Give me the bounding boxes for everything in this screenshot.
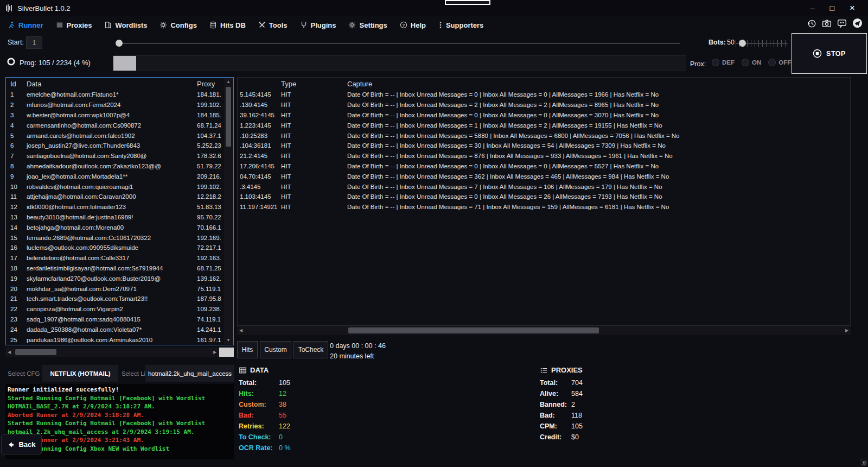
stat-value: 122 — [279, 422, 290, 430]
telegram-button[interactable] — [852, 18, 863, 28]
cell-data: emelche@hotmail.com:Fiatuno1* — [27, 91, 197, 98]
hscroll-thumb[interactable] — [348, 327, 599, 333]
table-row[interactable]: 8ahmedaitkadour@outlook.com:Zakaziko123@… — [6, 161, 224, 172]
table-row[interactable]: 13beauty3010@hotmail.de:justina16989!95.… — [6, 212, 224, 223]
cell-proxy-tail: .104:36181 — [238, 142, 281, 149]
table-row[interactable]: 23sadq_1907@hotmail.com:sadq4088041574.1… — [6, 314, 224, 325]
cell-type: HIT — [281, 122, 347, 129]
minimize-button[interactable]: – — [810, 4, 815, 12]
resize-grip[interactable] — [860, 459, 867, 466]
bots-slider-thumb[interactable] — [739, 40, 746, 47]
close-button[interactable]: × — [850, 3, 855, 14]
table-row[interactable]: 21.2:4145HITDate Of Birth = -- | Inbox U… — [238, 151, 850, 161]
config-selector[interactable]: NETFLIX (HOTMAIL) — [42, 365, 118, 382]
table-row[interactable]: 15fernando.2689@hotmail.com:Cc1061720322… — [6, 232, 224, 243]
log-line: Started Running Config Hotmail [Facebook… — [8, 394, 232, 403]
table-row[interactable]: .10:25283HITDate Of Birth = -- | Inbox U… — [238, 130, 850, 141]
table-row[interactable]: 12idk0000@hotmail.com:lolmaster12351.83.… — [6, 202, 224, 212]
table-row[interactable]: 7santiagobuelna@hotmail.com:Santy2080@17… — [6, 151, 224, 161]
table-row[interactable]: 16luclems@outlook.com:090955diksmuide72.… — [6, 243, 224, 253]
stat-label: Bad: — [540, 412, 571, 419]
table-row[interactable]: 17.206:4145HITDate Of Birth = -- | Inbox… — [238, 161, 850, 172]
table-row[interactable]: 11.197:14921HITDate Of Birth = -- | Inbo… — [238, 202, 850, 212]
cell-data: betojahga@hotmail.com:Morena00 — [27, 224, 197, 231]
chat-button[interactable] — [837, 18, 847, 28]
nav-plugins[interactable]: Plugins — [300, 21, 336, 29]
stat-row: Custom:38 — [239, 399, 374, 410]
nav-help[interactable]: ? Help — [400, 21, 426, 29]
start-input[interactable] — [26, 36, 42, 49]
col-header-type: Type — [281, 80, 347, 88]
table-row[interactable]: 9joao_lex@hotmail.com:Mortadela1**209.21… — [6, 171, 224, 181]
nav-supporters[interactable]: Supporters — [438, 21, 483, 29]
table-row[interactable]: .104:36181HITDate Of Birth = -- | Inbox … — [238, 141, 850, 151]
table-row[interactable]: 4carmensantinho@hotmail.com:Cs09087268.7… — [6, 120, 224, 130]
table-row[interactable]: 39.162:4145HITDate Of Birth = -- | Inbox… — [238, 110, 850, 121]
table-row[interactable]: 22canopinza@hotmail.com:Vigarpin2109.238… — [6, 304, 224, 314]
back-button[interactable]: Back — [1, 434, 42, 455]
table-row[interactable]: 1emelche@hotmail.com:Fiatuno1*184.181. — [6, 90, 224, 100]
hscroll-thumb[interactable] — [15, 349, 56, 355]
combo-table-hscrollbar[interactable]: ◀ ▶ — [5, 348, 234, 357]
table-row[interactable]: 20mokhdar_sa@hotmail.com:Dem27097175.119… — [6, 283, 224, 294]
table-row[interactable]: 5armand.carels@hotmail.com:falco1902104.… — [6, 130, 224, 141]
scroll-right-icon[interactable]: ▶ — [211, 348, 219, 357]
stop-button[interactable]: STOP — [792, 33, 867, 74]
vscroll-thumb[interactable] — [226, 87, 231, 147]
table-row[interactable]: 11attjehaijma@hotmail.com:Caravan200012.… — [6, 192, 224, 202]
prox-def-toggle[interactable]: DEF — [712, 59, 735, 66]
table-row[interactable]: 25pandukas1986@outlook.com:Arminukas2010… — [6, 335, 224, 345]
table-row[interactable]: 17belendetoro@hotmail.com:Calle3317192.1… — [6, 253, 224, 263]
tocheck-tab[interactable]: ToCheck — [293, 341, 328, 358]
scroll-down-icon[interactable]: ▼ — [226, 337, 231, 344]
table-row[interactable]: 21tech.smart.traders@outlook.com:Tsmart2… — [6, 294, 224, 304]
table-row[interactable]: 5.145:4145HITDate Of Birth = -- | Inbox … — [238, 90, 850, 100]
results-table-hscrollbar[interactable]: ◀ ▶ — [237, 326, 851, 335]
history-button[interactable] — [807, 18, 816, 28]
maximize-button[interactable]: □ — [830, 4, 834, 12]
combo-table-vscrollbar[interactable]: ▲ ▼ — [224, 78, 233, 344]
nav-wordlists[interactable]: Wordlists — [104, 21, 147, 29]
custom-tab[interactable]: Custom — [260, 341, 291, 358]
table-row[interactable]: 1.223:4145HITDate Of Birth = -- | Inbox … — [238, 120, 850, 130]
scroll-left-icon[interactable]: ◀ — [237, 326, 245, 335]
table-row[interactable]: 6joseph_austin27@live.com:Thunder68435.2… — [6, 141, 224, 151]
position-slider[interactable] — [117, 43, 680, 44]
table-row[interactable]: 04.70:4145HITDate Of Birth = -- | Inbox … — [238, 171, 850, 181]
scroll-left-icon[interactable]: ◀ — [5, 348, 13, 357]
cell-proxy: 72.217.1 — [197, 244, 224, 251]
nav-tools[interactable]: Tools — [258, 21, 288, 29]
table-row[interactable]: .130:4145HITDate Of Birth = -- | Inbox U… — [238, 100, 850, 110]
cell-capture: Date Of Birth = -- | Inbox Unread Messag… — [347, 193, 850, 200]
table-row[interactable]: 10robvaldes@hotmail.com:quieroamagi1199.… — [6, 181, 224, 192]
cell-proxy-tail: 1.103:4145 — [238, 193, 281, 200]
nav-runner[interactable]: Runner — [8, 21, 43, 29]
nav-help-label: Help — [411, 21, 426, 29]
scroll-up-icon[interactable]: ▲ — [226, 78, 231, 86]
nav-proxies[interactable]: Proxies — [56, 21, 92, 29]
nav-settings[interactable]: Settings — [348, 21, 387, 29]
table-row[interactable]: 24dadada_250388@hotmail.com:Violeta07*14… — [6, 324, 224, 335]
prox-off-toggle[interactable]: OFF — [768, 59, 791, 66]
proxies-icon — [56, 21, 63, 29]
stat-value: 704 — [571, 379, 583, 387]
cell-data: armand.carels@hotmail.com:falco1902 — [27, 132, 197, 139]
hits-tab[interactable]: Hits — [237, 341, 258, 358]
prox-on-label: ON — [752, 59, 761, 66]
scroll-right-icon[interactable]: ▶ — [843, 326, 851, 335]
position-slider-thumb[interactable] — [116, 40, 123, 47]
table-row[interactable]: .3:4145HITDate Of Birth = -- | Inbox Unr… — [238, 181, 850, 192]
cell-proxy: 184.181. — [197, 91, 224, 98]
back-arrow-icon — [7, 441, 15, 449]
prox-on-toggle[interactable]: ON — [742, 59, 761, 66]
nav-configs[interactable]: Configs — [159, 21, 196, 29]
wordlist-selector[interactable]: hotmail2.2k_uhq_mail_access — [145, 365, 234, 382]
table-row[interactable]: 1.103:4145HITDate Of Birth = -- | Inbox … — [238, 192, 850, 202]
table-row[interactable]: 18serdariletisimbilgisayar@hotmail.com:S… — [6, 263, 224, 274]
nav-hitsdb[interactable]: Hits DB — [209, 21, 246, 29]
table-row[interactable]: 14betojahga@hotmail.com:Morena0070.166.1 — [6, 222, 224, 232]
table-row[interactable]: 2mfurios@hotmail.com:Fernet2024199.102. — [6, 100, 224, 110]
screenshot-button[interactable] — [822, 18, 832, 28]
table-row[interactable]: 19skylarmcfarland270@outlook.com:Buster2… — [6, 273, 224, 283]
table-row[interactable]: 3w.bester@hotmail.com:wpk1007p@4184.185. — [6, 110, 224, 121]
